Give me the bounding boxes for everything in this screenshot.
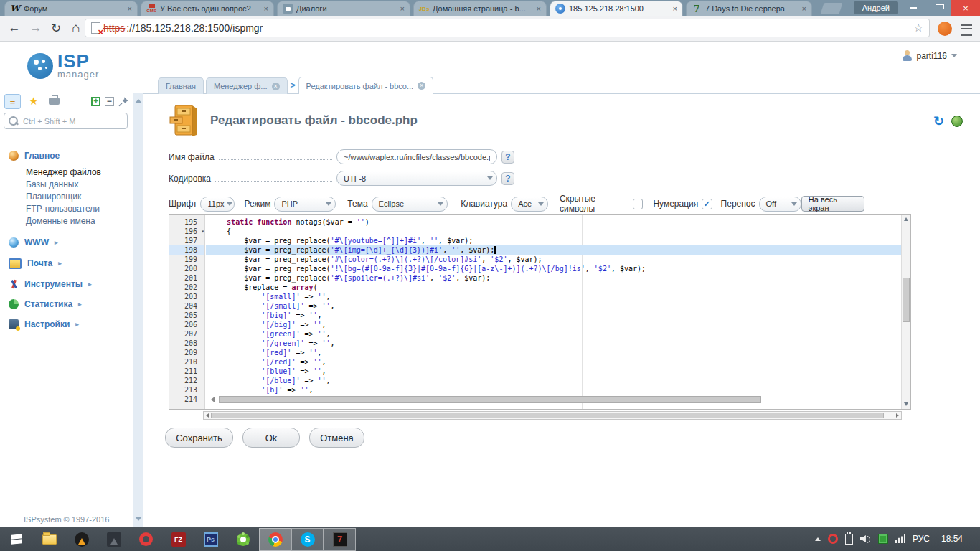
scrollbar-thumb[interactable] <box>219 396 761 403</box>
scroll-down-icon[interactable] <box>904 402 908 406</box>
help-icon[interactable]: ? <box>501 151 514 164</box>
tab-close-icon[interactable]: × <box>400 4 405 13</box>
line-number[interactable]: 202 <box>169 283 204 292</box>
expand-all-icon[interactable]: + <box>91 97 100 106</box>
window-minimize-button[interactable] <box>901 0 925 16</box>
taskbar-photoshop-button[interactable]: Ps <box>194 528 227 551</box>
back-icon[interactable]: ← <box>4 18 24 38</box>
scroll-left-icon[interactable] <box>206 413 209 418</box>
code-line[interactable]: static function notags($var = '') <box>206 217 901 227</box>
tray-speaker-icon[interactable] <box>860 534 871 543</box>
collapse-down-icon[interactable] <box>135 517 142 521</box>
sidebar-item-www[interactable]: WWW▸ <box>9 237 131 248</box>
code-line[interactable]: '[big]' => '', <box>206 311 901 320</box>
keyboard-select[interactable]: Ace <box>511 197 548 212</box>
browser-tab[interactable]: 77 Days to Die сервера× <box>686 1 812 16</box>
fullscreen-button[interactable]: На весь экран <box>801 196 864 212</box>
scrollbar-thumb[interactable] <box>903 278 910 322</box>
sidebar-splitter[interactable] <box>133 93 143 527</box>
numbering-checkbox[interactable]: ✓ <box>702 199 712 209</box>
code-line[interactable]: '[red]' => '', <box>206 348 901 357</box>
favorites-button[interactable]: ★ <box>25 94 42 109</box>
tray-opera-icon[interactable] <box>828 534 838 544</box>
tray-power-icon[interactable] <box>845 534 853 545</box>
code-line[interactable]: $var = preg_replace('#\[img=[\d]+_[\d]{3… <box>206 245 901 255</box>
code-line[interactable]: $replace = array( <box>206 283 901 292</box>
line-number[interactable]: 208 <box>169 339 204 348</box>
chrome-profile-badge[interactable]: Андрей <box>854 1 898 14</box>
editor-code-area[interactable]: static function notags($var = '') { $var… <box>206 215 901 409</box>
line-number[interactable]: 195 <box>169 217 204 227</box>
ok-button[interactable]: Ok <box>242 428 300 448</box>
tab-close-icon[interactable]: × <box>802 4 806 13</box>
line-number[interactable]: 212 <box>169 376 204 385</box>
fold-icon[interactable]: ▾ <box>201 227 204 236</box>
outer-horizontal-scrollbar[interactable] <box>203 411 902 420</box>
sidebar-subitem[interactable]: Менеджер файлов <box>26 166 131 179</box>
ispmanager-logo[interactable]: ISP manager <box>27 53 99 80</box>
tab-file-manager[interactable]: Менеджер ф... × <box>206 77 288 94</box>
reload-icon[interactable]: ↻ <box>46 18 66 38</box>
window-restore-button[interactable] <box>927 0 951 16</box>
code-line[interactable]: '[small]' => '', <box>206 292 901 301</box>
tab-close-icon[interactable]: × <box>673 4 677 13</box>
code-line[interactable]: '[green]' => '', <box>206 329 901 339</box>
font-select[interactable]: 11px <box>200 197 235 212</box>
tab-close-icon[interactable]: × <box>537 4 541 13</box>
collapse-up-icon[interactable] <box>135 99 142 103</box>
address-bar[interactable]: https ://185.125.218.28:1500/ispmgr ☆ <box>85 19 930 37</box>
close-icon[interactable]: × <box>418 82 425 90</box>
line-number[interactable]: 204 <box>169 301 204 311</box>
sidebar-subitem[interactable]: Планировщик <box>26 191 131 203</box>
editor-horizontal-scrollbar[interactable] <box>209 395 901 404</box>
editor-vertical-scrollbar[interactable] <box>901 215 910 409</box>
refresh-icon[interactable]: ↻ <box>933 113 944 129</box>
tree-view-button[interactable]: ≡ <box>4 94 21 109</box>
line-number[interactable]: 200 <box>169 264 204 273</box>
hidden-chars-checkbox[interactable] <box>633 199 643 209</box>
sidebar-search[interactable] <box>4 113 128 129</box>
new-tab-button[interactable] <box>820 3 842 14</box>
code-line[interactable]: '[/green]' => '', <box>206 339 901 348</box>
browser-tab[interactable]: 185.125.218.28:1500× <box>550 1 683 16</box>
sidebar-item-инструменты[interactable]: Инструменты▸ <box>9 279 131 289</box>
code-line[interactable]: $var = preg_replace('#\[color=(.+?)\](.+… <box>206 255 901 264</box>
browser-tab[interactable]: CMSУ Вас есть один вопрос?× <box>141 1 274 16</box>
insecure-page-icon[interactable] <box>91 22 100 34</box>
home-icon[interactable]: ⌂ <box>66 18 86 38</box>
code-line[interactable]: '[blue]' => '', <box>206 367 901 376</box>
line-number[interactable]: 206 <box>169 320 204 329</box>
browser-tab[interactable]: WФорум× <box>4 1 138 16</box>
code-line[interactable]: '[/red]' => '', <box>206 357 901 367</box>
encoding-select[interactable]: UTF-8 <box>336 171 497 186</box>
line-number[interactable]: 214 <box>169 395 204 404</box>
code-line[interactable]: $var = preg_replace('#\[youtube=[^]]+]#i… <box>206 236 901 245</box>
line-number[interactable]: 211 <box>169 367 204 376</box>
wrap-select[interactable]: Off <box>759 197 801 212</box>
start-button[interactable] <box>0 527 33 551</box>
sidebar-item-почта[interactable]: Почта▸ <box>9 258 131 269</box>
line-number[interactable]: 213 <box>169 385 204 395</box>
mode-select[interactable]: PHP <box>274 197 336 212</box>
line-number[interactable]: 203 <box>169 292 204 301</box>
bookmark-star-icon[interactable]: ☆ <box>914 22 923 34</box>
help-icon[interactable]: ? <box>501 172 514 185</box>
taskbar-chrome-button[interactable] <box>259 528 291 551</box>
line-number[interactable]: 205 <box>169 311 204 320</box>
taskbar-opera-button[interactable] <box>130 528 162 551</box>
window-close-button[interactable]: × <box>951 0 980 16</box>
tab-close-icon[interactable]: × <box>128 4 132 13</box>
code-line[interactable] <box>206 395 901 405</box>
line-number[interactable]: 207 <box>169 329 204 339</box>
tray-chip-icon[interactable] <box>878 534 888 544</box>
line-number[interactable]: 209 <box>169 348 204 357</box>
sidebar-subitem[interactable]: Базы данных <box>26 179 131 191</box>
code-line[interactable]: '[/blue]' => '', <box>206 376 901 385</box>
briefcase-button[interactable] <box>46 94 62 109</box>
scrollbar-thumb[interactable] <box>211 413 884 418</box>
code-line[interactable]: '[/big]' => '', <box>206 320 901 329</box>
theme-select[interactable]: Eclipse <box>372 197 448 212</box>
code-line[interactable]: $var = preg_replace('#\[spoiler=(.+?)\]#… <box>206 273 901 283</box>
menu-icon[interactable] <box>961 24 972 36</box>
tray-signal-icon[interactable] <box>895 534 905 543</box>
